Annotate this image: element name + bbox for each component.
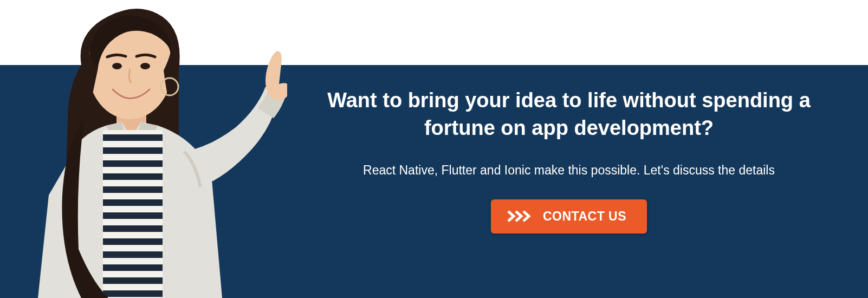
svg-rect-17 — [103, 277, 163, 284]
cta-label: CONTACT US — [543, 209, 626, 224]
svg-rect-14 — [103, 238, 163, 245]
svg-rect-16 — [103, 264, 163, 271]
banner-subhead: React Native, Flutter and Ionic make thi… — [293, 163, 845, 178]
svg-rect-15 — [103, 251, 163, 258]
svg-rect-8 — [103, 160, 163, 167]
svg-rect-9 — [103, 173, 163, 180]
banner-content: Want to bring your idea to life without … — [293, 87, 845, 234]
svg-rect-10 — [103, 186, 163, 193]
banner-headline: Want to bring your idea to life without … — [293, 87, 845, 142]
svg-rect-12 — [103, 212, 163, 219]
svg-rect-6 — [103, 134, 163, 141]
contact-us-button[interactable]: CONTACT US — [491, 199, 647, 234]
svg-rect-11 — [103, 199, 163, 206]
svg-rect-13 — [103, 225, 163, 232]
svg-rect-18 — [103, 290, 163, 297]
svg-point-3 — [112, 63, 122, 69]
svg-point-4 — [140, 63, 150, 69]
chevrons-right-icon — [507, 210, 533, 223]
hero-person-image — [16, 0, 287, 298]
svg-rect-7 — [103, 147, 163, 154]
